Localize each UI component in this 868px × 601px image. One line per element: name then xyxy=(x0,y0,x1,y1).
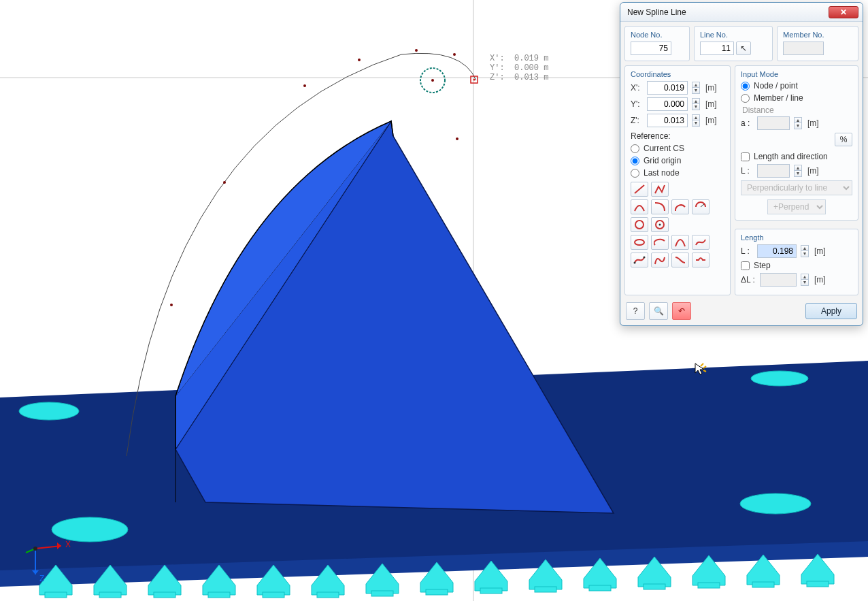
x-input[interactable] xyxy=(647,81,688,95)
svg-line-59 xyxy=(701,204,704,207)
step-check[interactable]: Step xyxy=(741,261,852,270)
magnifier-icon: 🔍 xyxy=(654,306,664,316)
svg-point-57 xyxy=(33,547,37,551)
svg-rect-15 xyxy=(208,592,230,598)
arc-center-icon[interactable] xyxy=(671,199,689,214)
ld-L-spinner: ▲▼ xyxy=(794,165,802,177)
pick-line-button[interactable]: ↖ xyxy=(736,42,751,55)
svg-rect-21 xyxy=(371,591,393,596)
svg-point-4 xyxy=(19,402,79,420)
y-label: Y': xyxy=(631,99,644,109)
svg-line-58 xyxy=(635,185,644,193)
apply-button[interactable]: Apply xyxy=(805,303,857,319)
ellipse-icon[interactable] xyxy=(631,235,648,250)
svg-line-69 xyxy=(703,370,706,372)
svg-rect-11 xyxy=(99,592,121,598)
svg-point-65 xyxy=(644,257,646,259)
spline-icon[interactable] xyxy=(692,235,710,250)
help-icon: ? xyxy=(633,306,638,316)
svg-line-67 xyxy=(701,363,703,366)
dL-input xyxy=(760,273,797,287)
svg-point-64 xyxy=(634,262,636,264)
svg-point-45 xyxy=(415,49,418,52)
svg-point-47 xyxy=(456,137,458,140)
axis-z-label: Z xyxy=(39,574,44,583)
length-L-input[interactable] xyxy=(757,244,797,258)
svg-rect-19 xyxy=(317,592,339,598)
cursor-coord-z: Z': 0.013 m xyxy=(490,73,548,82)
a-input xyxy=(757,116,790,130)
a-unit: [m] xyxy=(807,118,819,128)
new-spline-line-dialog[interactable]: New Spline Line ✕ Node No. Line No. ↖ Me… xyxy=(620,2,863,326)
mode-node-radio[interactable]: Node / point xyxy=(741,81,852,91)
perpend-button: +Perpend xyxy=(767,199,826,214)
input-mode-label: Input Mode xyxy=(741,70,852,78)
length-L-spinner[interactable]: ▲▼ xyxy=(801,245,809,257)
percent-button[interactable]: % xyxy=(835,133,852,146)
svg-point-60 xyxy=(635,221,644,229)
y-unit: [m] xyxy=(705,99,717,109)
ld-L-unit: [m] xyxy=(807,166,819,176)
circle-icon[interactable] xyxy=(631,217,648,232)
x-spinner[interactable]: ▲▼ xyxy=(692,82,700,94)
length-L-unit: [m] xyxy=(814,246,826,256)
member-no-label: Member No. xyxy=(783,31,852,39)
svg-point-49 xyxy=(431,79,434,82)
dialog-titlebar[interactable]: New Spline Line ✕ xyxy=(620,3,863,22)
zoom-button[interactable]: 🔍 xyxy=(649,302,668,320)
mode-member-radio[interactable]: Member / line xyxy=(741,93,852,103)
arc-radius-icon[interactable] xyxy=(692,199,710,214)
freehand-icon[interactable] xyxy=(692,253,710,267)
close-button[interactable]: ✕ xyxy=(829,6,858,18)
svg-rect-27 xyxy=(535,587,556,592)
parabola-icon[interactable] xyxy=(671,235,689,250)
nurbs-icon[interactable] xyxy=(631,253,648,267)
help-button[interactable]: ? xyxy=(626,302,645,320)
node-no-label: Node No. xyxy=(631,31,684,39)
length-L-label: L : xyxy=(741,246,754,256)
ref-grid-radio[interactable]: Grid origin xyxy=(631,156,724,165)
z-input[interactable] xyxy=(647,114,688,127)
y-spinner[interactable]: ▲▼ xyxy=(692,98,700,110)
svg-marker-66 xyxy=(695,363,704,374)
line-no-label: Line No. xyxy=(700,31,767,39)
cursor-icon xyxy=(694,362,707,376)
z-unit: [m] xyxy=(705,116,717,125)
undo-button[interactable]: ↶ xyxy=(672,302,691,320)
z-label: Z': xyxy=(631,116,644,125)
svg-point-63 xyxy=(635,240,644,245)
ref-lastnode-radio[interactable]: Last node xyxy=(631,168,724,178)
perpendicular-select: Perpendicularly to line xyxy=(741,180,852,195)
a-spinner: ▲▼ xyxy=(794,117,802,129)
node-no-input[interactable] xyxy=(631,42,671,55)
undo-icon: ↶ xyxy=(678,306,685,316)
length-direction-check[interactable]: Length and direction xyxy=(741,152,852,161)
line-icon[interactable] xyxy=(631,182,648,197)
ld-L-input xyxy=(757,164,790,178)
s-curve-icon[interactable] xyxy=(671,253,689,267)
svg-rect-31 xyxy=(644,584,665,589)
svg-rect-29 xyxy=(589,585,611,591)
svg-rect-35 xyxy=(752,582,774,587)
y-input[interactable] xyxy=(647,97,688,111)
length-label: Length xyxy=(741,233,852,242)
member-no-input xyxy=(783,42,824,55)
x-unit: [m] xyxy=(705,83,717,93)
dL-label: ΔL : xyxy=(741,275,757,285)
elliptic-arc-icon[interactable] xyxy=(651,235,669,250)
ref-current-radio[interactable]: Current CS xyxy=(631,144,724,153)
arc-3pt-icon[interactable] xyxy=(631,199,648,214)
close-icon: ✕ xyxy=(840,7,847,17)
pick-icon: ↖ xyxy=(740,44,747,53)
svg-rect-17 xyxy=(263,592,284,598)
arc-tangent-icon[interactable] xyxy=(651,199,669,214)
axis-x-label: X xyxy=(65,540,71,549)
coordinates-label: Coordinates xyxy=(631,70,724,78)
bezier-icon[interactable] xyxy=(651,253,669,267)
polyline-icon[interactable] xyxy=(651,182,669,197)
a-label: a : xyxy=(741,118,754,128)
z-spinner[interactable]: ▲▼ xyxy=(692,114,700,127)
line-no-input[interactable] xyxy=(700,42,734,55)
circle-center-icon[interactable] xyxy=(651,217,669,232)
svg-rect-9 xyxy=(45,592,67,598)
